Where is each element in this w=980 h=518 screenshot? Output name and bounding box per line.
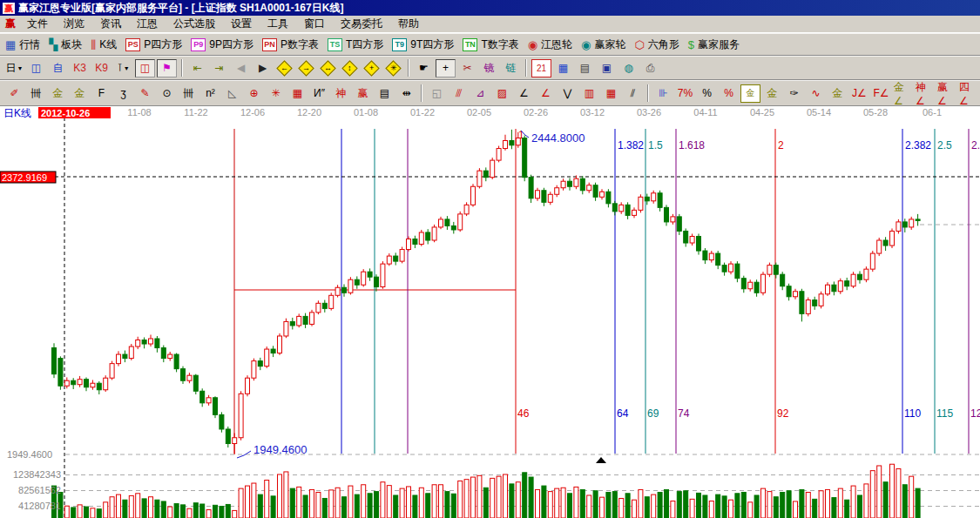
gold-ruler2-icon[interactable]: 金 (70, 84, 90, 103)
web-save-icon[interactable]: ◍ (618, 59, 639, 77)
calendar-icon[interactable]: 21 (531, 59, 551, 77)
chart-canvas[interactable]: 1461.382641.5691.618742922.3821102.51152… (0, 106, 980, 518)
kline-9-icon[interactable]: K9 (91, 59, 112, 77)
last-bar-icon[interactable]: ⇥ (209, 59, 229, 77)
compass-cross-icon[interactable]: ⊕ (244, 84, 264, 103)
ying-angle-icon[interactable]: 赢∠ (936, 84, 956, 103)
shen-angle-icon[interactable]: 神∠ (915, 84, 935, 103)
gold-angle-icon[interactable]: 金∠ (893, 84, 913, 103)
t-number-table-button[interactable]: TNT数字表 (463, 37, 518, 52)
pan-both-icon[interactable]: ↔ (318, 59, 338, 77)
menu-item-文件[interactable]: 文件 (19, 15, 56, 33)
t9-square-button[interactable]: T99T四方形 (392, 37, 454, 52)
winner-service-button[interactable]: $赢家服务 (688, 37, 740, 52)
save-icon[interactable]: ▣ (597, 59, 617, 77)
menu-item-设置[interactable]: 设置 (223, 15, 260, 33)
spiral-icon[interactable]: ʒ (113, 84, 133, 103)
sectors-button[interactable]: ▚板块 (49, 37, 82, 52)
angle-pen-icon[interactable]: ◺ (222, 84, 242, 103)
notes-icon[interactable]: ▤ (575, 59, 595, 77)
print-icon[interactable]: ⎙ (640, 59, 660, 77)
f-ruler-icon[interactable]: F (91, 84, 112, 103)
n-squared-icon[interactable]: n² (200, 84, 220, 103)
candle-style-dropdown[interactable]: ⊺▼ (113, 59, 133, 77)
menu-item-浏览[interactable]: 浏览 (56, 15, 92, 33)
box-corner-icon[interactable]: ◱ (427, 84, 447, 103)
t-square-button[interactable]: TST四方形 (328, 37, 383, 52)
menu-item-帮助[interactable]: 帮助 (390, 15, 427, 33)
grid-box-icon[interactable]: ▦ (601, 84, 621, 103)
square-web-icon[interactable]: ▦ (287, 84, 308, 103)
kline-button[interactable]: ⫼K线 (91, 37, 117, 52)
brush-icon[interactable]: ✑ (784, 84, 804, 103)
quotes-button[interactable]: ▦行情 (5, 37, 40, 52)
pct-lines-icon[interactable]: % (719, 84, 739, 103)
zoom-in-icon[interactable]: + (362, 59, 382, 77)
volume-axis-label: 82561562 (18, 485, 61, 495)
calculator-icon[interactable]: ▦ (553, 59, 573, 77)
crosshair-tool-icon[interactable]: + (436, 59, 456, 77)
menu-item-江恩[interactable]: 江恩 (129, 15, 166, 33)
parallel-lines-icon[interactable]: ⫽ (623, 84, 643, 103)
seven-pct-icon[interactable]: 7% (675, 84, 695, 103)
pan-left-icon[interactable]: ← (274, 59, 294, 77)
pattern-blue-icon[interactable]: ◫ (26, 59, 46, 77)
first-bar-icon[interactable]: ⇤ (187, 59, 207, 77)
p-number-table-button[interactable]: PNP数字表 (262, 37, 319, 52)
hatch-box-icon[interactable]: ▨ (492, 84, 512, 103)
gold-circle-icon[interactable]: 金 (740, 84, 760, 103)
width-arrows-icon[interactable]: ⇹ (396, 84, 416, 103)
info-panel-icon[interactable]: 自 (48, 59, 68, 77)
j-angle-icon[interactable]: J∠ (849, 84, 869, 103)
shen-grid-icon[interactable]: 神 (331, 84, 351, 103)
wave-v-icon[interactable]: ⋁ (558, 84, 578, 103)
zoom-out-icon[interactable]: ↕ (340, 59, 360, 77)
ruler-lines-icon[interactable]: 卌 (26, 84, 46, 103)
menu-item-资讯[interactable]: 资讯 (92, 15, 129, 33)
pan-right-icon[interactable]: → (296, 59, 316, 77)
fan-red-icon[interactable]: ⫻ (449, 84, 469, 103)
ying-grid-icon[interactable]: 赢 (353, 84, 373, 103)
percent-icon[interactable]: % (697, 84, 717, 103)
period-day-dropdown[interactable]: 日▼ (4, 59, 24, 77)
f-angle-icon[interactable]: F∠ (871, 84, 891, 103)
menu-item-窗口[interactable]: 窗口 (296, 15, 333, 33)
wave-gold-icon[interactable]: ∿ (806, 84, 826, 103)
star-web-icon[interactable]: ✳ (266, 84, 286, 103)
angle-red-icon[interactable]: ∠ (536, 84, 556, 103)
red-pen-icon[interactable]: ✐ (4, 84, 24, 103)
p-square-button[interactable]: PSP四方形 (125, 37, 182, 52)
toolbar-label: 9T四方形 (410, 37, 454, 52)
fan-purple-icon[interactable]: ⊿ (470, 84, 490, 103)
menu-item-交易委托[interactable]: 交易委托 (333, 15, 390, 33)
prev-bar-icon[interactable]: ◀ (231, 59, 251, 77)
link-tool-icon[interactable]: 链 (501, 59, 521, 77)
si-angle-icon[interactable]: 四∠ (958, 84, 978, 103)
pen-circle-icon[interactable]: ✎ (135, 84, 155, 103)
kline-3-icon[interactable]: K3 (70, 59, 90, 77)
gann-wheel-button[interactable]: ◉江恩轮 (528, 37, 572, 52)
i-marks-icon[interactable]: И″ (309, 84, 329, 103)
hexagon-button[interactable]: ⬡六角形 (634, 37, 679, 52)
grid-red-icon[interactable]: ▥ (579, 84, 599, 103)
gold-under-icon[interactable]: 金 (828, 84, 848, 103)
p9-square-button[interactable]: P99P四方形 (191, 37, 253, 52)
scale-bars-icon[interactable]: ⊪ (653, 84, 673, 103)
delete-tool-icon[interactable]: ✂ (457, 59, 477, 77)
gold-ruler-icon[interactable]: 金 (48, 84, 68, 103)
menu-item-工具[interactable]: 工具 (260, 15, 296, 33)
pattern-red-icon[interactable]: ◫ (135, 59, 155, 77)
gold-line-icon[interactable]: 金 (762, 84, 782, 103)
winner-wheel-button[interactable]: ◉赢家轮 (581, 37, 625, 52)
zoom-all-icon[interactable]: ✳ (383, 59, 403, 77)
hash-lines-icon[interactable]: 卌 (179, 84, 199, 103)
grid-123-icon[interactable]: ▤ (375, 84, 395, 103)
hand-tool-icon[interactable]: ☛ (414, 59, 434, 77)
mirror-tool-icon[interactable]: 镜 (479, 59, 499, 77)
title-bar[interactable]: 赢 赢家江恩专业版[赢家内部服务平台] - [上证指数 SH1A0001-167… (0, 0, 980, 16)
menu-item-公式选股[interactable]: 公式选股 (166, 15, 223, 33)
flag-icon[interactable]: ⚑ (157, 59, 177, 77)
angle-black-icon[interactable]: ∠ (514, 84, 534, 103)
time-circle-icon[interactable]: ⊙ (157, 84, 177, 103)
next-bar-icon[interactable]: ▶ (253, 59, 273, 77)
